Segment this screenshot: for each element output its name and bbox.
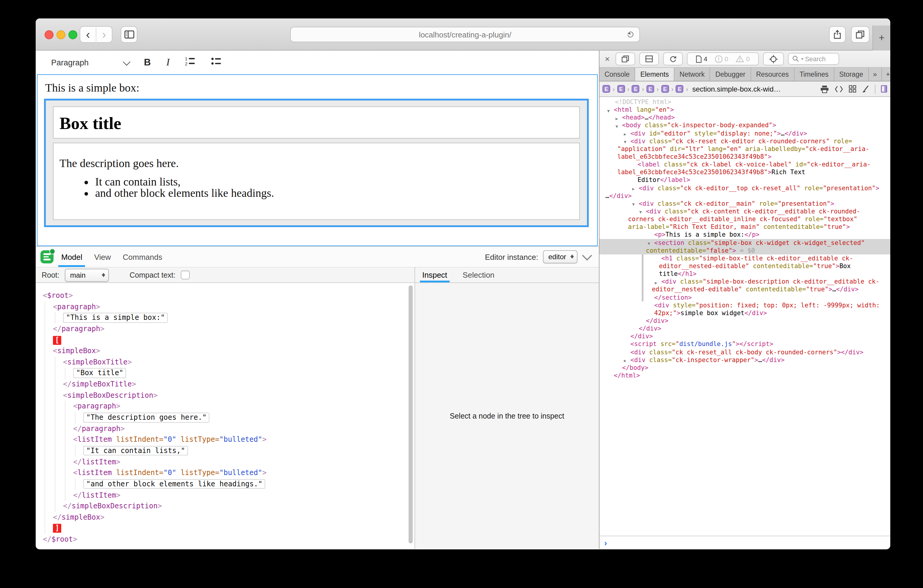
dom-tree-row[interactable]: ▶<head>…</head> xyxy=(599,114,890,122)
add-tab-button[interactable]: + xyxy=(882,68,890,81)
breadcrumb-element-badge[interactable]: E xyxy=(661,85,669,93)
breadcrumb-element-badge[interactable]: E xyxy=(676,85,684,93)
zoom-window-button[interactable] xyxy=(68,30,77,39)
model-element-row[interactable]: </$root> xyxy=(36,534,414,545)
dom-tree-row[interactable]: <p>This is a simple box:</p> xyxy=(599,231,890,239)
model-element-row[interactable]: </simpleBoxDescription> xyxy=(36,501,414,512)
model-element-row[interactable]: </listItem> xyxy=(36,456,414,467)
address-bar[interactable]: localhost/creating-a-plugin/ xyxy=(290,27,640,42)
dom-tree-row[interactable]: ▼<html lang="en"> xyxy=(599,106,890,113)
dom-tree-row[interactable]: </html> xyxy=(599,371,890,379)
italic-button[interactable]: I xyxy=(166,56,169,68)
dom-tree-row[interactable]: …</div> xyxy=(599,192,890,199)
model-element-row[interactable]: <simpleBox> xyxy=(36,345,414,356)
rich-text-editable[interactable]: This is a simple box: Box title The desc… xyxy=(37,74,598,246)
element-picker-button[interactable] xyxy=(763,52,783,66)
model-selection-marker-row[interactable]: [ xyxy=(36,334,414,345)
paintbrush-icon[interactable] xyxy=(862,85,869,93)
tab-inspect[interactable]: Inspect xyxy=(422,268,447,283)
dom-tree-row[interactable]: </div> xyxy=(599,325,890,332)
close-window-button[interactable] xyxy=(44,30,54,39)
tab-commands[interactable]: Commands xyxy=(123,247,163,267)
dom-tree-row[interactable]: ▼<div class="ck ck-content ck-editor__ed… xyxy=(599,207,890,215)
breadcrumb-selected-node[interactable]: section.simple-box.ck-wid… xyxy=(692,85,780,93)
console-prompt[interactable]: › xyxy=(599,536,890,549)
model-selection-marker-row[interactable]: ] xyxy=(36,523,414,534)
devtools-tab-console[interactable]: Console xyxy=(599,68,635,81)
model-element-row[interactable]: </listItem> xyxy=(36,489,414,501)
model-text-row[interactable]: "Box title" xyxy=(36,368,414,379)
model-element-row[interactable]: <simpleBoxTitle> xyxy=(36,357,414,368)
bulleted-list-button[interactable] xyxy=(212,56,222,68)
tab-overflow-button[interactable]: » xyxy=(869,68,882,81)
dom-tree-row[interactable]: label_e63cbbfece34c53ce23501062343f49b8"… xyxy=(599,169,890,176)
simple-box-title[interactable]: Box title xyxy=(53,107,580,138)
model-text-node[interactable]: "and other block elements like headings.… xyxy=(83,479,265,489)
details-sidebar-icon[interactable] xyxy=(881,85,887,93)
model-element-row[interactable]: <simpleBoxDescription> xyxy=(36,390,414,401)
model-element-row[interactable]: </paragraph> xyxy=(36,324,414,334)
list-item[interactable]: It can contain lists, xyxy=(95,177,579,187)
scrollbar-thumb[interactable] xyxy=(409,286,413,544)
compact-text-checkbox[interactable] xyxy=(181,271,190,279)
close-devtools-icon[interactable]: × xyxy=(605,54,609,64)
detach-devtools-button[interactable] xyxy=(616,52,635,66)
numbered-list-button[interactable]: 12 xyxy=(185,56,196,68)
tab-view[interactable]: View xyxy=(94,247,111,267)
devtools-tab-timelines[interactable]: Timelines xyxy=(795,68,834,81)
dom-tree-row[interactable]: 42px;">simple box widget</div> xyxy=(599,309,890,317)
model-text-node[interactable]: "Box title" xyxy=(73,368,126,378)
model-element-row[interactable]: </paragraph> xyxy=(36,423,414,434)
model-element-row[interactable]: <$root> xyxy=(36,290,414,301)
dom-tree-row[interactable]: ▼<body class="ck-inspector-body-expanded… xyxy=(599,122,890,129)
dom-tree-row[interactable]: <script src="dist/bundle.js"></script> xyxy=(599,340,890,348)
dom-tree-row[interactable]: corners ck-editor__editable_inline ck-fo… xyxy=(599,215,890,223)
model-element-row[interactable]: <listItem listIndent="0" listType="bulle… xyxy=(36,434,414,445)
breadcrumb-element-badge[interactable]: E xyxy=(603,85,610,93)
breadcrumb-element-badge[interactable]: E xyxy=(647,85,654,93)
model-text-row[interactable]: "This is a simple box:" xyxy=(36,312,414,324)
dom-tree-row[interactable]: ▼<div class="ck ck-reset ck-editor ck-ro… xyxy=(599,137,890,145)
model-element-row[interactable]: <paragraph> xyxy=(36,301,414,312)
dom-tree-row[interactable]: ▶<div class="ck ck-editor__top ck-reset_… xyxy=(599,184,890,192)
forward-button[interactable]: › xyxy=(96,27,112,42)
dom-tree-row[interactable]: ▶<div class="ck-inspector-wrapper">…</di… xyxy=(599,356,890,363)
tab-model[interactable]: Model xyxy=(61,247,82,267)
reload-icon[interactable] xyxy=(627,31,634,38)
resource-stats-button[interactable]: 4 0 0 xyxy=(687,52,759,66)
dom-tree-row[interactable]: "application" dir="ltr" lang="en" aria-l… xyxy=(599,145,890,153)
model-element-row[interactable]: <paragraph> xyxy=(36,401,414,412)
dom-tree-row[interactable]: <label class="ck ck-label ck-voice-label… xyxy=(599,161,890,168)
list-item[interactable]: and other block elements like headings. xyxy=(95,187,579,199)
dom-tree-row[interactable]: Editor</label> xyxy=(599,176,890,184)
model-text-node[interactable]: "It can contain lists," xyxy=(83,446,188,456)
grid-icon[interactable] xyxy=(849,85,856,93)
dom-tree-row[interactable]: contenteditable="false"> = $0 xyxy=(599,246,890,254)
dom-tree-row[interactable]: ▶<div id="editor" style="display: none;"… xyxy=(599,129,890,137)
description-paragraph[interactable]: The description goes here. xyxy=(59,157,579,170)
model-text-node[interactable]: "This is a simple box:" xyxy=(63,313,168,323)
dom-tree-row[interactable]: <!DOCTYPE html> xyxy=(599,98,890,106)
dom-tree-row[interactable]: </div> xyxy=(599,317,890,325)
dom-tree-row[interactable]: <div class="ck ck-reset_all ck-body ck-r… xyxy=(599,348,890,356)
share-button[interactable] xyxy=(829,26,846,43)
simple-box-description[interactable]: The description goes here. It can contai… xyxy=(53,143,580,220)
model-text-row[interactable]: "The description goes here." xyxy=(36,412,414,423)
model-text-row[interactable]: "It can contain lists," xyxy=(36,445,414,456)
root-select[interactable]: main xyxy=(65,268,109,281)
breadcrumb-element-badge[interactable]: E xyxy=(617,85,625,93)
reload-page-button[interactable] xyxy=(663,52,683,66)
back-button[interactable]: ‹ xyxy=(80,27,96,42)
model-element-row[interactable]: </simpleBox> xyxy=(36,512,414,523)
paragraph-dropdown[interactable]: Paragraph xyxy=(51,58,128,67)
devtools-tab-resources[interactable]: Resources xyxy=(751,68,795,81)
dom-tree-row[interactable]: label_e63cbbfece34c53ce23501062343f49b8"… xyxy=(599,153,890,161)
dom-tree-row[interactable]: </div> xyxy=(599,332,890,340)
devtools-search-field[interactable]: Search xyxy=(788,53,839,65)
dom-tree-row[interactable]: <div style="position: fixed; top: 0px; l… xyxy=(599,301,890,309)
minimize-window-button[interactable] xyxy=(56,30,66,39)
collapse-inspector-icon[interactable] xyxy=(582,251,592,261)
bold-button[interactable]: B xyxy=(144,57,151,68)
tab-overview-button[interactable] xyxy=(851,26,869,43)
intro-paragraph[interactable]: This is a simple box: xyxy=(45,81,597,95)
